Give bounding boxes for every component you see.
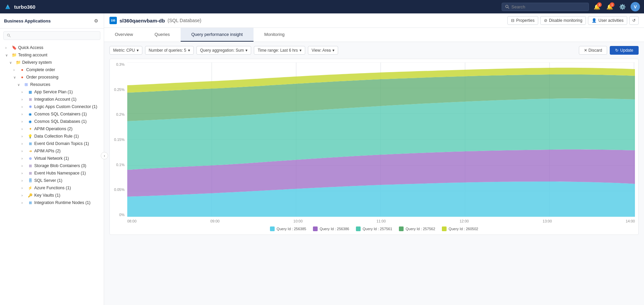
sidebar-item-storage-blob[interactable]: › ⊞ Storage Blob Containers (3)	[0, 162, 104, 169]
sidebar-item-order-processing[interactable]: ∨ ● Order processing	[0, 73, 104, 81]
sidebar-item-integration-account[interactable]: › ⊞ Integration Account (1)	[0, 96, 104, 103]
sidebar-item-azure-functions[interactable]: › ⚡ Azure Functions (1)	[0, 184, 104, 192]
chevron-icon: ∨	[9, 61, 14, 64]
view-dropdown[interactable]: View: Area ▾	[308, 46, 338, 55]
sidebar-item-label: Complete order	[26, 67, 101, 72]
metric-dropdown[interactable]: Metric: CPU ▾	[109, 46, 142, 55]
view-label: View: Area	[312, 48, 331, 53]
aggregation-dropdown[interactable]: Query aggregation: Sum ▾	[196, 46, 251, 55]
alert-badge: 1	[610, 2, 614, 7]
sidebar-item-app-service-plan[interactable]: › ▦ App Service Plan (1)	[0, 88, 104, 96]
grid-icon: ⊞	[24, 82, 29, 87]
sidebar-search[interactable]	[3, 31, 100, 40]
content-header: DB sl360qaenvbam-db (SQL Database) ⊟ Pro…	[104, 13, 644, 28]
sidebar-item-cosmos-containers[interactable]: › ◉ Cosmos SQL Containers (1)	[0, 110, 104, 118]
legend-label-q2: Query Id : 256386	[320, 227, 349, 231]
tab-overview[interactable]: Overview	[104, 28, 144, 42]
sidebar-item-complete-order[interactable]: › ● Complete order	[0, 66, 104, 73]
chevron-icon: ›	[21, 90, 26, 94]
sidebar-item-event-hubs[interactable]: › ⊞ Event Hubs Namespace (1)	[0, 169, 104, 177]
x-label: 14:00	[626, 219, 635, 223]
search-input[interactable]	[511, 4, 585, 9]
user-activities-label: User activities	[598, 18, 624, 23]
chevron-icon: ›	[21, 164, 26, 168]
chevron-icon: ›	[21, 135, 26, 138]
chevron-icon: ›	[21, 149, 26, 153]
sidebar-item-data-collection[interactable]: › 💡 Data Collection Rule (1)	[0, 133, 104, 140]
search-icon	[505, 5, 509, 9]
sidebar-item-label: Order processing	[26, 75, 101, 80]
chart-container: 0.3% 0.25% 0.2% 0.15% 0.1% 0.05% 0%	[109, 59, 639, 235]
sidebar-item-cosmos-databases[interactable]: › ◉ Cosmos SQL Databases (1)	[0, 118, 104, 125]
update-label: Update	[620, 48, 633, 53]
time-range-dropdown[interactable]: Time range: Last 6 hrs ▾	[254, 46, 305, 55]
notifications-button[interactable]: 🔔 3	[592, 2, 602, 11]
legend-color-q1	[270, 226, 275, 231]
sidebar-title: Business Applications	[4, 18, 51, 23]
event-grid-icon: ⊞	[28, 141, 33, 146]
cosmos-icon: ◉	[28, 111, 33, 117]
sidebar-item-apim-operations[interactable]: › ✦ APIM Operations (2)	[0, 125, 104, 133]
y-label: 0.05%	[113, 188, 125, 192]
legend-label-q4: Query Id : 257562	[406, 227, 435, 231]
sidebar-item-sql-server[interactable]: › 🗄 SQL Server (1)	[0, 177, 104, 184]
top-nav: turbo360 🔔 3 🔔 1 ⚙️ V	[0, 0, 644, 13]
tab-queries[interactable]: Queries	[144, 28, 181, 42]
sidebar-item-delivery-system[interactable]: ∨ 📁 Delivery system	[0, 59, 104, 66]
sidebar-item-virtual-network[interactable]: › ⊕ Virtual Network (1)	[0, 155, 104, 162]
refresh-button[interactable]: ↺	[629, 16, 639, 25]
disable-monitoring-button[interactable]: ⊘ Disable monitoring	[540, 16, 586, 25]
discard-label: ✕ Discard	[584, 48, 602, 53]
sidebar-item-resources[interactable]: ∨ ⊞ Resources	[0, 81, 104, 88]
sidebar-item-label: Cosmos SQL Databases (1)	[34, 119, 101, 124]
update-button[interactable]: ↻ Update	[610, 46, 639, 55]
sidebar-item-key-vaults[interactable]: › 🔑 Key Vaults (1)	[0, 192, 104, 199]
num-queries-dropdown[interactable]: Number of queries: 5 ▾	[145, 46, 194, 55]
sidebar-search-input[interactable]	[13, 33, 97, 38]
chevron-icon: ∨	[17, 83, 22, 87]
sidebar-item-label: Logic Apps Custom Connector (1)	[34, 104, 101, 109]
properties-button[interactable]: ⊟ Properties	[507, 16, 538, 25]
sidebar-item-apim-apis[interactable]: › ➜ APIM APIs (2)	[0, 147, 104, 155]
sidebar-settings-button[interactable]: ⚙	[93, 17, 100, 25]
app-logo[interactable]: turbo360	[4, 3, 35, 10]
svg-point-2	[506, 5, 508, 7]
sidebar-collapse-button[interactable]: ‹	[101, 152, 108, 159]
sidebar-item-testing-account[interactable]: ∨ 📁 Testing account	[0, 51, 104, 59]
alerts-button[interactable]: 🔔 1	[605, 2, 614, 11]
discard-button[interactable]: ✕ Discard	[579, 46, 607, 55]
sidebar-item-label: Azure Functions (1)	[34, 186, 101, 190]
logic-apps-icon: ❋	[28, 104, 33, 109]
legend-label-q1: Query Id : 256385	[277, 227, 306, 231]
user-activities-button[interactable]: 👤 User activities	[588, 16, 627, 25]
search-box[interactable]	[502, 3, 589, 11]
x-label: 13:00	[543, 219, 552, 223]
chevron-icon: ›	[13, 68, 18, 72]
vnet-icon: ⊕	[28, 156, 33, 161]
tab-monitoring[interactable]: Monitoring	[254, 28, 295, 42]
user-avatar[interactable]: V	[631, 2, 640, 11]
chart-svg	[127, 62, 635, 218]
chevron-icon: ›	[21, 186, 26, 190]
resource-title: DB sl360qaenvbam-db (SQL Database)	[109, 17, 201, 24]
sidebar-item-label: Event Grid Domain Topics (1)	[34, 141, 101, 146]
sidebar-item-label: Quick Access	[18, 45, 101, 50]
settings-button[interactable]: ⚙️	[618, 2, 627, 11]
chevron-icon: ›	[21, 105, 26, 109]
num-queries-label: Number of queries: 5	[149, 48, 186, 53]
sidebar-item-event-grid[interactable]: › ⊞ Event Grid Domain Topics (1)	[0, 140, 104, 147]
sidebar-search-icon	[7, 34, 11, 38]
x-label: 09:00	[210, 219, 220, 223]
tab-query-performance-label: Query performance insight	[191, 32, 243, 37]
resource-name: sl360qaenvbam-db	[120, 18, 165, 23]
folder-icon: 📁	[11, 52, 17, 58]
y-label: 0.25%	[113, 88, 125, 92]
legend-color-q5	[442, 226, 447, 231]
sidebar-item-integration-runtime[interactable]: › ⊞ Integration Runtime Nodes (1)	[0, 199, 104, 206]
tab-query-performance[interactable]: Query performance insight	[181, 28, 254, 42]
chevron-icon: ›	[21, 112, 26, 116]
legend-item-q5: Query Id : 260502	[442, 226, 478, 231]
sidebar-item-quick-access[interactable]: › 🔖 Quick Access	[0, 44, 104, 51]
sidebar-item-logic-apps[interactable]: › ❋ Logic Apps Custom Connector (1)	[0, 103, 104, 110]
header-actions: ⊟ Properties ⊘ Disable monitoring 👤 User…	[507, 16, 639, 25]
